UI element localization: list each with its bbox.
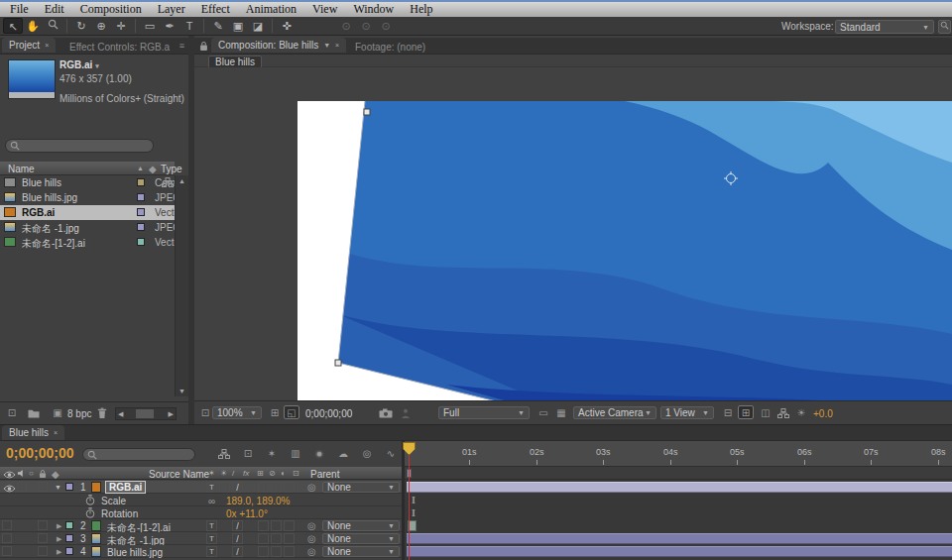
layer-label-swatch[interactable] [65,534,73,542]
menu-help[interactable]: Help [410,2,432,17]
resolution-dropdown[interactable]: Full▼ [438,406,530,419]
composition-mini-flowchart-icon[interactable] [218,449,230,461]
visibility-cell[interactable] [2,520,12,530]
label-color-column-icon[interactable]: ◆ [149,164,157,174]
menu-edit[interactable]: Edit [45,2,64,17]
property-row-rotation[interactable]: Rotation 0x +11.0° [0,506,402,519]
label-color-swatch[interactable] [137,178,145,186]
project-settings-icon[interactable]: ▣ [50,406,65,420]
lock-icon[interactable] [199,41,208,54]
close-icon[interactable]: × [54,429,58,436]
interpret-footage-icon[interactable]: ⊡ [4,406,20,420]
visibility-cell[interactable] [2,533,12,543]
switch-cell[interactable] [258,482,269,493]
layer-bar-rgb-ai[interactable] [407,482,952,493]
column-type[interactable]: Type [161,164,182,174]
expander-icon[interactable]: ▼ [55,484,61,491]
chevron-down-icon[interactable]: ▼ [323,42,330,49]
layer-bar-blue-hills-jpg[interactable] [407,546,952,557]
layer-row-4[interactable]: ▶ 4 Blue hills.jpg T / ◎ None▼ [0,545,402,558]
composition-canvas[interactable] [298,101,952,400]
tab-timeline-blue-hills[interactable]: Blue hills× [2,425,64,440]
quality-switch[interactable]: / [232,533,243,544]
scrollbar-thumb[interactable] [136,409,154,418]
comp-marker-strip[interactable] [405,467,952,480]
exposure-icon[interactable]: ☀ [793,406,809,420]
new-folder-icon[interactable] [28,408,40,420]
property-value[interactable]: 0x +11.0° [226,508,268,519]
clone-stamp-tool-icon[interactable]: ▣ [228,18,248,34]
lock-cell[interactable] [38,520,48,530]
switch-cell[interactable] [271,482,282,493]
switch-cell[interactable] [271,546,282,557]
close-icon[interactable]: × [335,42,339,49]
layer-source-name[interactable]: RGB.ai [105,481,146,494]
show-snapshot-icon[interactable] [401,408,411,420]
parent-dropdown[interactable]: None▼ [322,546,400,557]
project-scrollbar[interactable]: ▲ ▼ [175,175,188,396]
timeline-search-input[interactable] [82,448,195,461]
layer-label-swatch[interactable] [65,483,73,491]
layer-label-swatch[interactable] [65,547,73,555]
mini-flowchart-icon[interactable] [162,177,174,187]
magnification-dropdown[interactable]: 100%▼ [212,406,262,419]
parent-dropdown[interactable]: None▼ [322,533,400,544]
snapshot-camera-icon[interactable] [379,408,393,420]
switch-cell[interactable] [258,533,269,544]
project-row-untitled-1-jpg[interactable]: 未命名 -1.jpg JPEG [0,220,175,235]
switch-cell[interactable] [271,520,282,531]
expander-icon[interactable]: ▶ [57,548,61,556]
label-color-swatch[interactable] [137,208,145,216]
region-icon[interactable]: ▭ [536,406,551,420]
property-value[interactable]: 189.0, 189.0% [226,496,291,506]
switch-cell[interactable] [284,482,295,493]
quality-switch[interactable]: / [232,482,243,493]
parent-column[interactable]: Parent [310,469,339,480]
track-area[interactable]: I I [405,480,952,560]
selection-tool-icon[interactable]: ↖ [3,18,23,34]
menu-view[interactable]: View [312,2,337,17]
lock-cell[interactable] [38,482,48,492]
project-list-header[interactable]: Name ▲ ◆ Type [0,162,175,175]
scroll-left-icon[interactable]: ◀ [118,410,123,418]
hand-tool-icon[interactable]: ✋ [23,18,43,34]
expression-ibeam-icon[interactable]: I [412,495,416,505]
parent-pickwhip-icon[interactable]: ◎ [307,546,316,557]
expression-ibeam-icon[interactable]: I [412,507,416,518]
brush-tool-icon[interactable]: ✎ [208,18,228,34]
expander-icon[interactable]: ▶ [57,522,61,530]
scroll-right-icon[interactable]: ▶ [169,410,174,418]
project-row-blue-hills-jpg[interactable]: Blue hills.jpg JPEG [0,190,175,205]
camera-view-dropdown[interactable]: Active Camera▼ [573,406,656,419]
menu-window[interactable]: Window [353,2,394,17]
pen-tool-icon[interactable]: ✒ [160,18,179,34]
rotation-tool-icon[interactable]: ↻ [71,18,91,34]
switch-cell[interactable] [284,546,295,557]
tab-footage-none[interactable]: Footage: (none) [355,42,425,53]
collapse-transformations-switch[interactable]: T [206,482,217,493]
grid-guides-icon[interactable]: ⊞ [738,405,754,419]
switch-cell[interactable] [271,533,282,544]
region-of-interest-icon[interactable]: ◱ [284,405,299,419]
column-name[interactable]: Name [8,164,35,174]
project-row-untitled-1-2-ai[interactable]: 未命名-[1-2].ai Vecto [0,235,175,250]
frame-blending-icon[interactable]: ▥ [288,447,303,461]
label-color-swatch[interactable] [137,223,145,231]
lock-cell[interactable] [38,546,48,556]
safe-margins-icon[interactable]: ⊞ [267,406,283,420]
quality-switch[interactable]: / [232,520,243,531]
type-tool-icon[interactable]: T [179,18,199,34]
pixel-aspect-correction-icon[interactable]: ◫ [758,406,774,420]
switch-cell[interactable] [258,546,269,557]
menu-file[interactable]: File [10,2,29,17]
switch-cell[interactable] [258,520,269,531]
draft-3d-icon[interactable]: ⊡ [240,447,256,461]
quality-switch[interactable]: / [232,546,243,557]
puppet-pin-tool-icon[interactable]: ✜ [277,18,297,34]
auto-keyframe-icon[interactable]: ◎ [359,447,375,461]
scroll-down-icon[interactable]: ▼ [178,388,185,394]
layer-bar-untitled-1-jpg[interactable] [407,533,952,544]
workspace-dropdown[interactable]: Standard▼ [835,20,934,34]
mask-shape-tool-icon[interactable]: ▭ [140,18,160,34]
viewer-timecode[interactable]: 0;00;00;00 [305,408,352,419]
